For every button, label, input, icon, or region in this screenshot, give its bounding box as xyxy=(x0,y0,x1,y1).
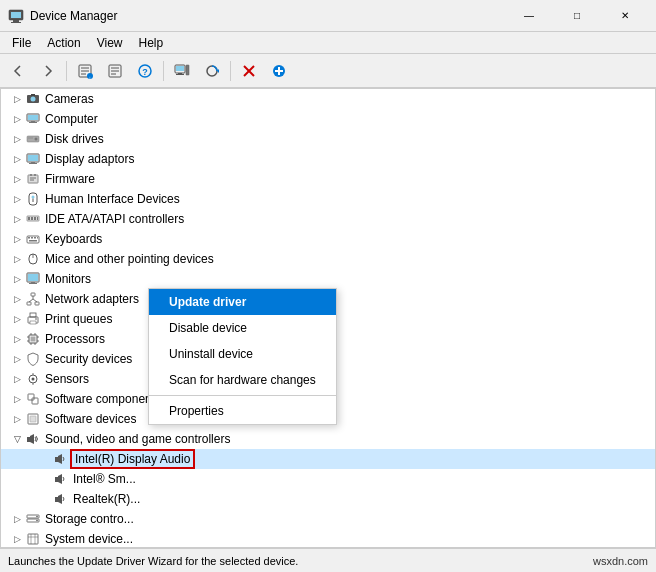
expander-processors[interactable]: ▷ xyxy=(9,331,25,347)
intel-smart-label: Intel® Sm... xyxy=(73,472,136,486)
tree-item-storage[interactable]: ▷ Storage contro... xyxy=(1,509,655,529)
tree-item-intel-display[interactable]: Intel(R) Display Audio xyxy=(1,449,655,469)
svg-point-29 xyxy=(31,97,36,102)
tree-item-keyboards[interactable]: ▷ Keyboards xyxy=(1,229,655,249)
tree-item-monitors[interactable]: ▷ Monitors xyxy=(1,269,655,289)
intel-smart-sound-icon xyxy=(53,471,69,487)
expander-monitors[interactable]: ▷ xyxy=(9,271,25,287)
software-components-label: Software components xyxy=(45,392,161,406)
context-menu-disable-device[interactable]: Disable device xyxy=(149,315,336,341)
svg-rect-51 xyxy=(28,217,30,220)
svg-rect-40 xyxy=(31,162,35,163)
cpu-icon xyxy=(25,331,41,347)
status-text: Launches the Update Driver Wizard for th… xyxy=(8,555,298,567)
svg-point-76 xyxy=(35,318,37,320)
svg-rect-67 xyxy=(31,293,35,296)
monitor-icon xyxy=(25,271,41,287)
security-label: Security devices xyxy=(45,352,132,366)
forward-button[interactable] xyxy=(34,58,62,84)
expander-network[interactable]: ▷ xyxy=(9,291,25,307)
tree-item-sound[interactable]: ▽ Sound, video and game controllers xyxy=(1,429,655,449)
camera-icon xyxy=(25,91,41,107)
expander-storage[interactable]: ▷ xyxy=(9,511,25,527)
expander-software-devices[interactable]: ▷ xyxy=(9,411,25,427)
menu-action[interactable]: Action xyxy=(39,34,88,52)
software-devices-label: Software devices xyxy=(45,412,136,426)
ide-label: IDE ATA/ATAPI controllers xyxy=(45,212,184,226)
tree-item-mice[interactable]: ▷ Mice and other pointing devices xyxy=(1,249,655,269)
menu-view[interactable]: View xyxy=(89,34,131,52)
print-icon xyxy=(25,311,41,327)
menu-file[interactable]: File xyxy=(4,34,39,52)
svg-text:?: ? xyxy=(142,67,148,77)
expander-firmware[interactable]: ▷ xyxy=(9,171,25,187)
tree-item-display[interactable]: ▷ Display adaptors xyxy=(1,149,655,169)
expander-ide[interactable]: ▷ xyxy=(9,211,25,227)
print-label: Print queues xyxy=(45,312,112,326)
firmware-icon xyxy=(25,171,41,187)
svg-rect-39 xyxy=(28,155,38,161)
device-manager-toolbar-button[interactable] xyxy=(168,58,196,84)
menu-help[interactable]: Help xyxy=(131,34,172,52)
maximize-button[interactable]: □ xyxy=(554,0,600,32)
ide-icon xyxy=(25,211,41,227)
expander-keyboards[interactable]: ▷ xyxy=(9,231,25,247)
expander-print[interactable]: ▷ xyxy=(9,311,25,327)
svg-line-72 xyxy=(33,299,37,302)
tree-item-disk-drives[interactable]: ▷ Disk drives xyxy=(1,129,655,149)
tree-item-realtek[interactable]: Realtek(R)... xyxy=(1,489,655,509)
tree-item-hid[interactable]: ▷ Human Interface Devices xyxy=(1,189,655,209)
toolbar-sep-2 xyxy=(163,61,164,81)
expander-sensors[interactable]: ▷ xyxy=(9,371,25,387)
expander-mice[interactable]: ▷ xyxy=(9,251,25,267)
expander-intel-display xyxy=(37,451,53,467)
tree-item-ide[interactable]: ▷ IDE ATA/ATAPI controllers xyxy=(1,209,655,229)
svg-rect-3 xyxy=(11,22,21,23)
expander-software-components[interactable]: ▷ xyxy=(9,391,25,407)
expander-sound[interactable]: ▽ xyxy=(9,431,25,447)
title-bar-text: Device Manager xyxy=(30,9,117,23)
update-driver-toolbar-button[interactable] xyxy=(101,58,129,84)
tree-item-firmware[interactable]: ▷ Firmware xyxy=(1,169,655,189)
properties-toolbar-button[interactable]: i xyxy=(71,58,99,84)
remove-toolbar-button[interactable] xyxy=(235,58,263,84)
svg-rect-64 xyxy=(28,274,38,281)
toolbar-sep-1 xyxy=(66,61,67,81)
tree-item-computer[interactable]: ▷ Computer xyxy=(1,109,655,129)
tree-item-intel-smart[interactable]: Intel® Sm... xyxy=(1,469,655,489)
sensors-label: Sensors xyxy=(45,372,89,386)
network-label: Network adapters xyxy=(45,292,139,306)
svg-rect-97 xyxy=(55,477,58,482)
svg-rect-94 xyxy=(30,416,36,422)
minimize-button[interactable]: — xyxy=(506,0,552,32)
close-button[interactable]: ✕ xyxy=(602,0,648,32)
svg-rect-75 xyxy=(30,321,36,324)
tree-item-cameras[interactable]: ▷ Cameras xyxy=(1,89,655,109)
svg-line-71 xyxy=(29,299,33,302)
expander-security[interactable]: ▷ xyxy=(9,351,25,367)
expander-disk[interactable]: ▷ xyxy=(9,131,25,147)
tree-item-system[interactable]: ▷ System device... xyxy=(1,529,655,548)
expander-computer[interactable]: ▷ xyxy=(9,111,25,127)
expander-system[interactable]: ▷ xyxy=(9,531,25,547)
expander-realtek xyxy=(37,491,53,507)
back-button[interactable] xyxy=(4,58,32,84)
svg-point-48 xyxy=(32,196,35,199)
computer-label: Computer xyxy=(45,112,98,126)
context-menu-properties[interactable]: Properties xyxy=(149,398,336,424)
software-components-icon xyxy=(25,391,41,407)
storage-icon xyxy=(25,511,41,527)
toolbar: i ? xyxy=(0,54,656,88)
expander-cameras[interactable]: ▷ xyxy=(9,91,25,107)
svg-rect-91 xyxy=(28,394,34,400)
context-menu-update-driver[interactable]: Update driver xyxy=(149,289,336,315)
scan-hardware-toolbar-button[interactable] xyxy=(198,58,226,84)
context-menu-uninstall-device[interactable]: Uninstall device xyxy=(149,341,336,367)
expander-intel-smart xyxy=(37,471,53,487)
add-toolbar-button[interactable] xyxy=(265,58,293,84)
expander-hid[interactable]: ▷ xyxy=(9,191,25,207)
context-menu-scan-hardware[interactable]: Scan for hardware changes xyxy=(149,367,336,393)
expander-display[interactable]: ▷ xyxy=(9,151,25,167)
help-toolbar-button[interactable]: ? xyxy=(131,58,159,84)
processors-label: Processors xyxy=(45,332,105,346)
